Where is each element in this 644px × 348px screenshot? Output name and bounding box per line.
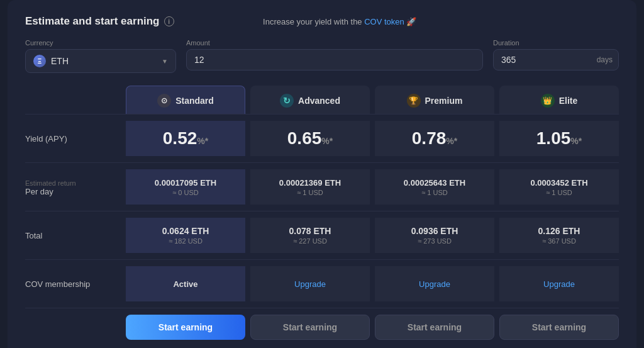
standard-icon: ⊙ — [157, 94, 171, 108]
perday-values: 0.00017095 ETH ≈ 0 USD 0.00021369 ETH ≈ … — [126, 169, 619, 205]
currency-field: Currency Ξ ETH ▼ — [25, 39, 176, 73]
advanced-icon: ↻ — [280, 94, 294, 108]
membership-active-text: Active — [173, 279, 197, 289]
buttons-row: Start earning Start earning Start earnin… — [25, 308, 619, 340]
membership-premium: Upgrade — [375, 266, 494, 301]
duration-field: Duration days — [493, 39, 619, 73]
apy-advanced: 0.65%* — [250, 121, 370, 156]
estimated-return-label: Estimated return — [25, 179, 121, 187]
membership-standard: Active — [126, 266, 245, 301]
plan-headers: ⊙ Standard ↻ Advanced 🏆 Premium 👑 Elite — [126, 86, 619, 114]
apy-elite: 1.05%* — [499, 121, 619, 156]
perday-advanced: 0.00021369 ETH ≈ 1 USD — [250, 169, 370, 205]
upgrade-premium-link[interactable]: Upgrade — [419, 279, 450, 289]
perday-row: Estimated return Per day 0.00017095 ETH … — [25, 163, 619, 211]
plan-header-premium: 🏆 Premium — [375, 86, 494, 114]
membership-values: Active Upgrade Upgrade — [126, 266, 619, 301]
plan-header-elite: 👑 Elite — [499, 86, 619, 114]
controls-row: Currency Ξ ETH ▼ Amount Duration days — [25, 39, 619, 73]
currency-value: ETH — [51, 56, 69, 66]
advanced-label: Advanced — [298, 96, 340, 106]
cov-link[interactable]: COV token — [364, 17, 404, 26]
apy-standard: 0.52%* — [126, 121, 245, 156]
main-container: Estimate and start earning i Increase yo… — [8, 0, 636, 348]
perday-standard: 0.00017095 ETH ≈ 0 USD — [126, 169, 245, 205]
elite-label: Elite — [559, 96, 578, 106]
buttons-grid: Start earning Start earning Start earnin… — [126, 308, 619, 340]
start-earning-advanced[interactable]: Start earning — [250, 315, 370, 340]
total-standard: 0.0624 ETH ≈ 182 USD — [126, 218, 245, 253]
currency-label: Currency — [25, 39, 176, 47]
upgrade-advanced-link[interactable]: Upgrade — [294, 279, 326, 289]
days-label: days — [597, 55, 613, 64]
total-label: Total — [25, 231, 121, 240]
plan-header-standard: ⊙ Standard — [126, 86, 245, 114]
apy-premium: 0.78%* — [375, 121, 494, 156]
plan-headers-row: ⊙ Standard ↻ Advanced 🏆 Premium 👑 Elite — [25, 86, 619, 114]
perday-label-col: Estimated return Per day — [25, 178, 126, 196]
perday-premium: 0.00025643 ETH ≈ 1 USD — [375, 169, 494, 205]
apy-row: Yield (APY) 0.52%* 0.65%* — [25, 114, 619, 163]
amount-field: Amount — [186, 39, 483, 73]
premium-icon: 🏆 — [407, 94, 421, 108]
duration-label: Duration — [493, 39, 619, 47]
premium-label: Premium — [425, 96, 463, 106]
amount-label: Amount — [186, 39, 483, 47]
currency-select[interactable]: Ξ ETH ▼ — [25, 49, 176, 73]
membership-advanced: Upgrade — [250, 266, 370, 301]
start-earning-elite[interactable]: Start earning — [499, 315, 619, 340]
apy-values: 0.52%* 0.65%* 0.78%* — [126, 121, 619, 156]
upgrade-elite-link[interactable]: Upgrade — [543, 279, 575, 289]
start-earning-premium[interactable]: Start earning — [375, 315, 494, 340]
membership-label: COV membership — [25, 279, 121, 289]
elite-icon: 👑 — [541, 94, 555, 108]
page-title-area: Estimate and start earning i — [25, 15, 174, 28]
membership-elite: Upgrade — [499, 266, 619, 301]
total-advanced: 0.078 ETH ≈ 227 USD — [250, 218, 370, 253]
plan-header-advanced: ↻ Advanced — [250, 86, 370, 114]
apy-label: Yield (APY) — [25, 134, 121, 143]
header-row: Estimate and start earning i Increase yo… — [25, 15, 619, 28]
total-elite: 0.126 ETH ≈ 367 USD — [499, 218, 619, 253]
amount-input[interactable] — [186, 49, 483, 70]
apy-label-col: Yield (APY) — [25, 134, 126, 143]
chevron-down-icon: ▼ — [162, 58, 168, 65]
top-notice: Increase your yield with the COV token 🚀 — [174, 17, 506, 26]
plans-area: ⊙ Standard ↻ Advanced 🏆 Premium 👑 Elite — [25, 86, 619, 340]
perday-elite: 0.0003452 ETH ≈ 1 USD — [499, 169, 619, 205]
standard-label: Standard — [175, 96, 214, 106]
total-row: Total 0.0624 ETH ≈ 182 USD 0.078 ETH ≈ 2… — [25, 211, 619, 260]
data-section: Yield (APY) 0.52%* 0.65%* — [25, 114, 619, 308]
page-title: Estimate and start earning — [25, 15, 160, 28]
membership-row: COV membership Active Upgrade — [25, 260, 619, 308]
duration-wrap: days — [493, 49, 619, 70]
total-label-col: Total — [25, 231, 126, 240]
start-earning-standard[interactable]: Start earning — [126, 315, 245, 340]
total-premium: 0.0936 ETH ≈ 273 USD — [375, 218, 494, 253]
eth-icon: Ξ — [33, 55, 46, 67]
perday-label: Per day — [25, 187, 121, 196]
info-icon[interactable]: i — [164, 16, 174, 26]
membership-label-col: COV membership — [25, 279, 126, 289]
total-values: 0.0624 ETH ≈ 182 USD 0.078 ETH ≈ 227 USD… — [126, 218, 619, 253]
